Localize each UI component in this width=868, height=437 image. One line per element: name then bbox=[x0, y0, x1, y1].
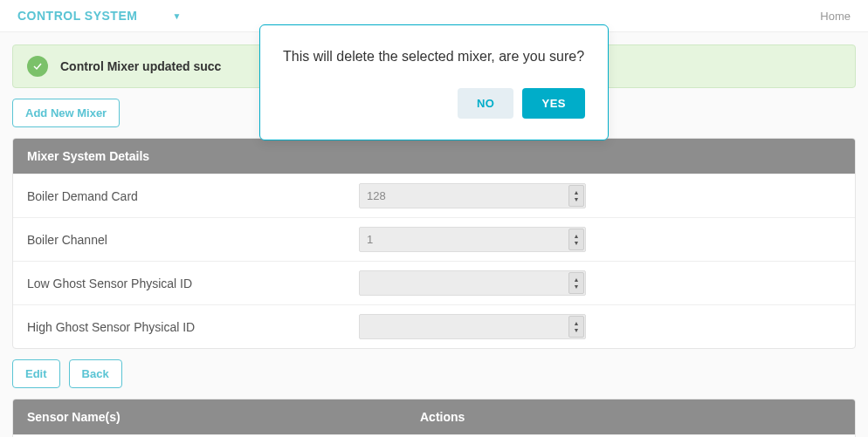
label-high-ghost: High Ghost Sensor Physical ID bbox=[27, 320, 359, 334]
back-button[interactable]: Back bbox=[69, 359, 122, 388]
low-ghost-input[interactable] bbox=[359, 270, 586, 296]
spin-up-icon[interactable]: ▲ bbox=[569, 277, 583, 283]
label-boiler-channel: Boiler Channel bbox=[27, 233, 359, 247]
input-wrap: ▲▼ bbox=[359, 227, 586, 252]
brand-title[interactable]: CONTROL SYSTEM bbox=[17, 9, 137, 23]
spin-buttons[interactable]: ▲▼ bbox=[568, 229, 584, 250]
sensor-table: Sensor Name(s) Actions test123 [ Edit ] … bbox=[12, 399, 856, 437]
input-wrap: ▲▼ bbox=[359, 183, 586, 208]
form-row-low-ghost: Low Ghost Sensor Physical ID ▲▼ bbox=[13, 261, 855, 304]
boiler-channel-input[interactable] bbox=[359, 227, 586, 252]
spin-down-icon[interactable]: ▼ bbox=[569, 327, 583, 334]
col-sensor-name: Sensor Name(s) bbox=[27, 410, 420, 424]
edit-button[interactable]: Edit bbox=[12, 359, 60, 388]
form-row-boiler-channel: Boiler Channel ▲▼ bbox=[13, 217, 855, 261]
spin-up-icon[interactable]: ▲ bbox=[569, 233, 583, 240]
yes-button[interactable]: YES bbox=[522, 88, 585, 119]
label-boiler-demand-card: Boiler Demand Card bbox=[27, 189, 359, 203]
input-wrap: ▲▼ bbox=[359, 314, 586, 339]
col-actions: Actions bbox=[420, 410, 841, 424]
spin-buttons[interactable]: ▲▼ bbox=[568, 185, 584, 207]
mixer-details-panel: Mixer System Details Boiler Demand Card … bbox=[12, 138, 856, 349]
spin-buttons[interactable]: ▲▼ bbox=[568, 316, 584, 338]
edit-back-row: Edit Back bbox=[12, 359, 856, 388]
form-row-boiler-demand-card: Boiler Demand Card ▲▼ bbox=[13, 174, 855, 217]
spin-up-icon[interactable]: ▲ bbox=[569, 320, 583, 327]
header-left: CONTROL SYSTEM ▼ bbox=[17, 9, 181, 23]
label-low-ghost: Low Ghost Sensor Physical ID bbox=[27, 277, 359, 290]
modal-text: This will delete the selected mixer, are… bbox=[283, 46, 585, 67]
no-button[interactable]: NO bbox=[458, 88, 514, 119]
form-row-high-ghost: High Ghost Sensor Physical ID ▲▼ bbox=[13, 304, 855, 348]
spin-buttons[interactable]: ▲▼ bbox=[568, 272, 584, 294]
input-wrap: ▲▼ bbox=[359, 270, 586, 296]
chevron-down-icon[interactable]: ▼ bbox=[172, 11, 181, 21]
home-link[interactable]: Home bbox=[820, 10, 851, 23]
boiler-demand-card-input[interactable] bbox=[359, 183, 586, 208]
confirm-delete-modal: This will delete the selected mixer, are… bbox=[259, 24, 609, 140]
spin-down-icon[interactable]: ▼ bbox=[569, 283, 583, 290]
spin-up-icon[interactable]: ▲ bbox=[569, 189, 583, 196]
check-circle-icon bbox=[27, 56, 48, 77]
spin-down-icon[interactable]: ▼ bbox=[569, 196, 583, 203]
spin-down-icon[interactable]: ▼ bbox=[569, 240, 583, 247]
high-ghost-input[interactable] bbox=[359, 314, 586, 339]
mixer-details-header: Mixer System Details bbox=[13, 139, 855, 174]
alert-message: Control Mixer updated succ bbox=[60, 59, 221, 73]
add-new-mixer-button[interactable]: Add New Mixer bbox=[12, 99, 120, 127]
modal-actions: NO YES bbox=[283, 88, 585, 119]
sensor-table-header: Sensor Name(s) Actions bbox=[13, 399, 855, 434]
